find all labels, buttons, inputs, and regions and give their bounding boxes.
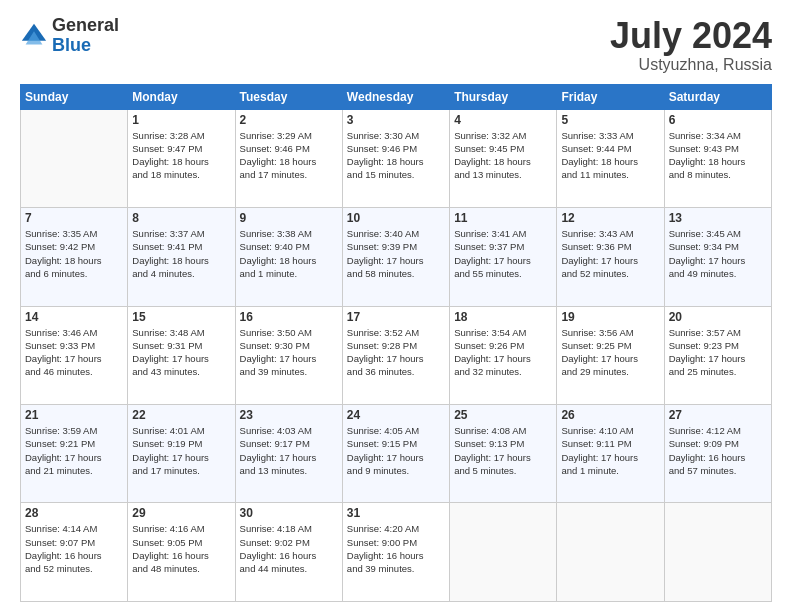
calendar-cell (450, 503, 557, 602)
col-header-sunday: Sunday (21, 84, 128, 109)
calendar-week-row: 28Sunrise: 4:14 AM Sunset: 9:07 PM Dayli… (21, 503, 772, 602)
calendar-cell: 7Sunrise: 3:35 AM Sunset: 9:42 PM Daylig… (21, 208, 128, 306)
calendar-cell: 1Sunrise: 3:28 AM Sunset: 9:47 PM Daylig… (128, 109, 235, 207)
day-number: 23 (240, 408, 338, 422)
title-month: July 2024 (610, 16, 772, 56)
day-number: 16 (240, 310, 338, 324)
day-info: Sunrise: 3:54 AM Sunset: 9:26 PM Dayligh… (454, 326, 552, 379)
day-info: Sunrise: 4:16 AM Sunset: 9:05 PM Dayligh… (132, 522, 230, 575)
day-info: Sunrise: 4:05 AM Sunset: 9:15 PM Dayligh… (347, 424, 445, 477)
calendar-cell: 2Sunrise: 3:29 AM Sunset: 9:46 PM Daylig… (235, 109, 342, 207)
day-info: Sunrise: 4:18 AM Sunset: 9:02 PM Dayligh… (240, 522, 338, 575)
col-header-thursday: Thursday (450, 84, 557, 109)
calendar-cell: 21Sunrise: 3:59 AM Sunset: 9:21 PM Dayli… (21, 405, 128, 503)
day-info: Sunrise: 4:01 AM Sunset: 9:19 PM Dayligh… (132, 424, 230, 477)
day-number: 25 (454, 408, 552, 422)
day-number: 18 (454, 310, 552, 324)
logo-icon (20, 22, 48, 50)
calendar-cell: 8Sunrise: 3:37 AM Sunset: 9:41 PM Daylig… (128, 208, 235, 306)
day-number: 28 (25, 506, 123, 520)
day-info: Sunrise: 3:43 AM Sunset: 9:36 PM Dayligh… (561, 227, 659, 280)
day-number: 26 (561, 408, 659, 422)
calendar-cell: 10Sunrise: 3:40 AM Sunset: 9:39 PM Dayli… (342, 208, 449, 306)
calendar-cell: 29Sunrise: 4:16 AM Sunset: 9:05 PM Dayli… (128, 503, 235, 602)
day-number: 9 (240, 211, 338, 225)
day-info: Sunrise: 3:38 AM Sunset: 9:40 PM Dayligh… (240, 227, 338, 280)
day-number: 8 (132, 211, 230, 225)
day-number: 11 (454, 211, 552, 225)
col-header-tuesday: Tuesday (235, 84, 342, 109)
day-number: 17 (347, 310, 445, 324)
day-info: Sunrise: 3:40 AM Sunset: 9:39 PM Dayligh… (347, 227, 445, 280)
day-info: Sunrise: 4:14 AM Sunset: 9:07 PM Dayligh… (25, 522, 123, 575)
day-number: 29 (132, 506, 230, 520)
day-info: Sunrise: 3:41 AM Sunset: 9:37 PM Dayligh… (454, 227, 552, 280)
day-number: 22 (132, 408, 230, 422)
calendar-cell: 24Sunrise: 4:05 AM Sunset: 9:15 PM Dayli… (342, 405, 449, 503)
calendar-header-row: SundayMondayTuesdayWednesdayThursdayFrid… (21, 84, 772, 109)
day-info: Sunrise: 3:50 AM Sunset: 9:30 PM Dayligh… (240, 326, 338, 379)
title-location: Ustyuzhna, Russia (610, 56, 772, 74)
day-number: 13 (669, 211, 767, 225)
day-info: Sunrise: 4:10 AM Sunset: 9:11 PM Dayligh… (561, 424, 659, 477)
day-info: Sunrise: 3:37 AM Sunset: 9:41 PM Dayligh… (132, 227, 230, 280)
calendar-week-row: 1Sunrise: 3:28 AM Sunset: 9:47 PM Daylig… (21, 109, 772, 207)
calendar-cell: 6Sunrise: 3:34 AM Sunset: 9:43 PM Daylig… (664, 109, 771, 207)
calendar-cell (21, 109, 128, 207)
day-number: 14 (25, 310, 123, 324)
day-info: Sunrise: 4:03 AM Sunset: 9:17 PM Dayligh… (240, 424, 338, 477)
day-number: 21 (25, 408, 123, 422)
calendar-cell: 28Sunrise: 4:14 AM Sunset: 9:07 PM Dayli… (21, 503, 128, 602)
calendar-cell: 13Sunrise: 3:45 AM Sunset: 9:34 PM Dayli… (664, 208, 771, 306)
calendar-cell: 14Sunrise: 3:46 AM Sunset: 9:33 PM Dayli… (21, 306, 128, 404)
day-info: Sunrise: 3:46 AM Sunset: 9:33 PM Dayligh… (25, 326, 123, 379)
day-info: Sunrise: 3:34 AM Sunset: 9:43 PM Dayligh… (669, 129, 767, 182)
day-info: Sunrise: 3:59 AM Sunset: 9:21 PM Dayligh… (25, 424, 123, 477)
day-number: 12 (561, 211, 659, 225)
calendar-cell (557, 503, 664, 602)
col-header-monday: Monday (128, 84, 235, 109)
day-number: 27 (669, 408, 767, 422)
day-number: 6 (669, 113, 767, 127)
calendar-table: SundayMondayTuesdayWednesdayThursdayFrid… (20, 84, 772, 602)
day-number: 20 (669, 310, 767, 324)
calendar-cell: 11Sunrise: 3:41 AM Sunset: 9:37 PM Dayli… (450, 208, 557, 306)
logo-general: General (52, 16, 119, 36)
day-number: 2 (240, 113, 338, 127)
day-info: Sunrise: 3:29 AM Sunset: 9:46 PM Dayligh… (240, 129, 338, 182)
calendar-cell: 30Sunrise: 4:18 AM Sunset: 9:02 PM Dayli… (235, 503, 342, 602)
day-number: 19 (561, 310, 659, 324)
page: General Blue July 2024 Ustyuzhna, Russia… (0, 0, 792, 612)
calendar-cell: 20Sunrise: 3:57 AM Sunset: 9:23 PM Dayli… (664, 306, 771, 404)
day-info: Sunrise: 3:28 AM Sunset: 9:47 PM Dayligh… (132, 129, 230, 182)
logo: General Blue (20, 16, 119, 56)
calendar-cell: 16Sunrise: 3:50 AM Sunset: 9:30 PM Dayli… (235, 306, 342, 404)
day-info: Sunrise: 3:32 AM Sunset: 9:45 PM Dayligh… (454, 129, 552, 182)
header: General Blue July 2024 Ustyuzhna, Russia (20, 16, 772, 74)
calendar-cell: 12Sunrise: 3:43 AM Sunset: 9:36 PM Dayli… (557, 208, 664, 306)
calendar-cell: 5Sunrise: 3:33 AM Sunset: 9:44 PM Daylig… (557, 109, 664, 207)
day-number: 24 (347, 408, 445, 422)
calendar-cell: 17Sunrise: 3:52 AM Sunset: 9:28 PM Dayli… (342, 306, 449, 404)
day-info: Sunrise: 3:57 AM Sunset: 9:23 PM Dayligh… (669, 326, 767, 379)
day-info: Sunrise: 4:20 AM Sunset: 9:00 PM Dayligh… (347, 522, 445, 575)
day-number: 4 (454, 113, 552, 127)
day-info: Sunrise: 3:30 AM Sunset: 9:46 PM Dayligh… (347, 129, 445, 182)
day-info: Sunrise: 4:08 AM Sunset: 9:13 PM Dayligh… (454, 424, 552, 477)
logo-text: General Blue (52, 16, 119, 56)
day-number: 15 (132, 310, 230, 324)
day-info: Sunrise: 3:33 AM Sunset: 9:44 PM Dayligh… (561, 129, 659, 182)
calendar-cell: 26Sunrise: 4:10 AM Sunset: 9:11 PM Dayli… (557, 405, 664, 503)
calendar-cell: 15Sunrise: 3:48 AM Sunset: 9:31 PM Dayli… (128, 306, 235, 404)
logo-blue: Blue (52, 36, 119, 56)
calendar-cell: 3Sunrise: 3:30 AM Sunset: 9:46 PM Daylig… (342, 109, 449, 207)
calendar-week-row: 21Sunrise: 3:59 AM Sunset: 9:21 PM Dayli… (21, 405, 772, 503)
calendar-cell: 4Sunrise: 3:32 AM Sunset: 9:45 PM Daylig… (450, 109, 557, 207)
calendar-week-row: 7Sunrise: 3:35 AM Sunset: 9:42 PM Daylig… (21, 208, 772, 306)
calendar-cell: 25Sunrise: 4:08 AM Sunset: 9:13 PM Dayli… (450, 405, 557, 503)
title-block: July 2024 Ustyuzhna, Russia (610, 16, 772, 74)
col-header-friday: Friday (557, 84, 664, 109)
day-info: Sunrise: 3:45 AM Sunset: 9:34 PM Dayligh… (669, 227, 767, 280)
day-number: 10 (347, 211, 445, 225)
calendar-cell: 22Sunrise: 4:01 AM Sunset: 9:19 PM Dayli… (128, 405, 235, 503)
